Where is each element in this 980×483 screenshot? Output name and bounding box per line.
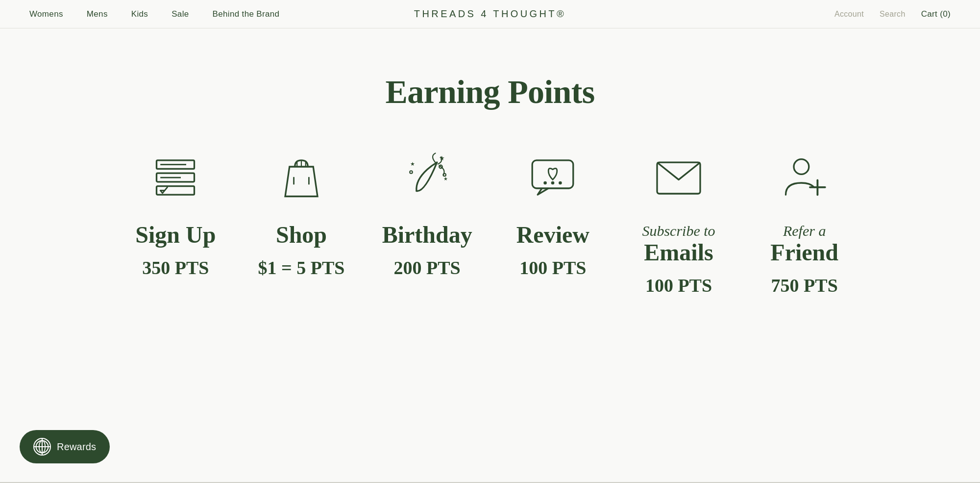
signup-name: Sign Up: [135, 222, 216, 248]
page-title: Earning Points: [386, 73, 595, 111]
nav-mens[interactable]: Mens: [87, 9, 108, 19]
point-shop: Shop $1 = 5 PTS: [239, 151, 365, 279]
birthday-icon: ★ ★ ★: [400, 151, 454, 204]
signup-icon: [148, 151, 202, 204]
point-signup: Sign Up 350 PTS: [113, 151, 239, 279]
nav-sale[interactable]: Sale: [172, 9, 189, 19]
refer-pts: 750 PTS: [771, 275, 838, 296]
rewards-globe-icon: [33, 438, 51, 456]
points-grid: Sign Up 350 PTS Shop $1: [74, 151, 906, 296]
svg-point-26: [39, 441, 45, 453]
navigation: Womens Mens Kids Sale Behind the Brand T…: [0, 0, 980, 28]
subscribe-pts: 100 PTS: [645, 275, 712, 296]
rewards-label: Rewards: [57, 441, 96, 453]
svg-point-25: [36, 441, 49, 453]
point-birthday: ★ ★ ★ Birthday 200 PTS: [364, 151, 490, 279]
svg-text:★: ★: [439, 154, 445, 162]
nav-cart[interactable]: Cart (0): [921, 9, 951, 19]
svg-point-13: [410, 171, 413, 174]
nav-womens[interactable]: Womens: [29, 9, 63, 19]
point-review: Review 100 PTS: [490, 151, 616, 279]
birthday-pts: 200 PTS: [394, 257, 461, 279]
birthday-name: Birthday: [382, 222, 472, 248]
review-icon: [526, 151, 580, 204]
svg-text:★: ★: [410, 161, 415, 167]
refer-name: Refer a Friend: [770, 222, 838, 266]
point-refer: Refer a Friend 750 PTS: [741, 151, 867, 296]
refer-icon: [778, 151, 832, 204]
shop-icon: [274, 151, 328, 204]
subscribe-name: Subscribe to Emails: [642, 222, 715, 266]
nav-account[interactable]: Account: [834, 10, 864, 19]
nav-behind-brand[interactable]: Behind the Brand: [213, 9, 280, 19]
nav-kids[interactable]: Kids: [131, 9, 148, 19]
brand-logo[interactable]: THREADS 4 THOUGHT®: [414, 8, 566, 19]
shop-name: Shop: [276, 222, 327, 248]
nav-right: Account Search Cart (0): [834, 9, 951, 19]
main-content: Earning Points Sign Up 350 PTS: [0, 28, 980, 296]
point-subscribe: Subscribe to Emails 100 PTS: [616, 151, 742, 296]
review-name: Review: [516, 222, 589, 248]
nav-left: Womens Mens Kids Sale Behind the Brand: [29, 9, 279, 19]
svg-point-19: [551, 181, 555, 185]
svg-point-22: [794, 159, 809, 175]
signup-pts: 350 PTS: [142, 257, 209, 279]
svg-point-20: [559, 181, 562, 185]
rewards-button[interactable]: Rewards: [20, 430, 110, 463]
shop-pts: $1 = 5 PTS: [258, 257, 345, 279]
email-icon: [652, 151, 706, 204]
nav-search[interactable]: Search: [880, 10, 906, 19]
nav-center: THREADS 4 THOUGHT®: [414, 8, 566, 20]
review-pts: 100 PTS: [519, 257, 586, 279]
svg-text:★: ★: [443, 176, 448, 181]
svg-point-18: [544, 181, 547, 185]
